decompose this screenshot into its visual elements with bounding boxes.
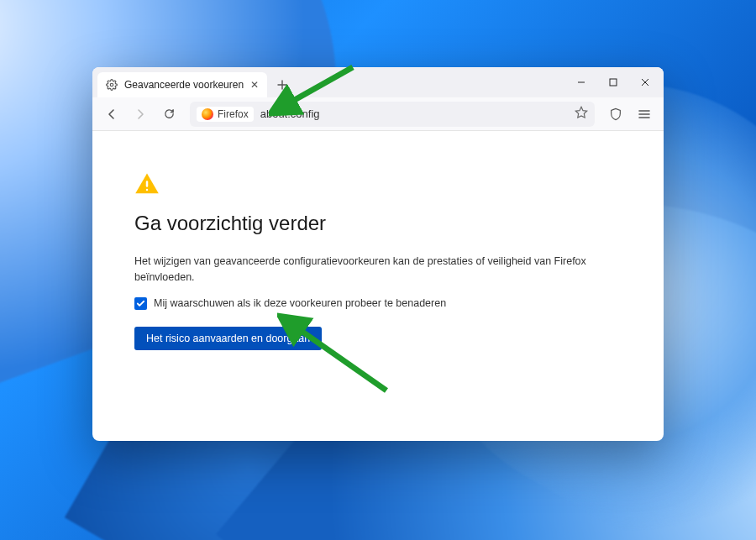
bookmark-star-icon[interactable] (575, 106, 588, 123)
checkbox-label: Mij waarschuwen als ik deze voorkeuren p… (154, 297, 446, 309)
forward-button[interactable] (128, 102, 153, 127)
maximize-button[interactable] (598, 71, 628, 94)
window-controls (566, 67, 660, 97)
warning-title: Ga voorzichtig verder (134, 212, 622, 235)
svg-rect-1 (610, 79, 617, 86)
url-input[interactable] (260, 107, 568, 120)
accept-risk-button[interactable]: Het risico aanvaarden en doorgaan (134, 327, 322, 350)
warning-description: Het wijzigen van geavanceerde configurat… (134, 254, 622, 286)
navigation-toolbar: Firefox (92, 97, 664, 131)
tab-close-icon[interactable]: ✕ (250, 80, 259, 90)
tab-strip: Geavanceerde voorkeuren ✕ (92, 67, 664, 97)
svg-rect-4 (146, 189, 149, 191)
svg-rect-3 (146, 181, 149, 187)
identity-label: Firefox (218, 108, 249, 120)
reload-button[interactable] (156, 102, 181, 127)
browser-window: Geavanceerde voorkeuren ✕ (92, 67, 664, 441)
app-menu-button[interactable] (632, 102, 657, 127)
settings-icon (106, 79, 118, 91)
tab-title: Geavanceerde voorkeuren (124, 79, 244, 91)
shield-icon[interactable] (603, 102, 628, 127)
close-window-button[interactable] (630, 71, 660, 94)
firefox-icon (202, 108, 213, 120)
svg-point-0 (110, 83, 113, 87)
warning-icon (134, 171, 160, 197)
checkbox-icon[interactable] (134, 297, 147, 310)
page-content: Ga voorzichtig verder Het wijzigen van g… (92, 131, 664, 441)
minimize-button[interactable] (566, 71, 596, 94)
back-button[interactable] (99, 102, 124, 127)
new-tab-button[interactable] (270, 73, 294, 97)
warn-checkbox-row[interactable]: Mij waarschuwen als ik deze voorkeuren p… (134, 297, 622, 310)
svg-marker-2 (575, 107, 586, 118)
identity-box[interactable]: Firefox (197, 107, 254, 122)
browser-tab[interactable]: Geavanceerde voorkeuren ✕ (97, 72, 267, 97)
url-bar[interactable]: Firefox (190, 102, 595, 127)
